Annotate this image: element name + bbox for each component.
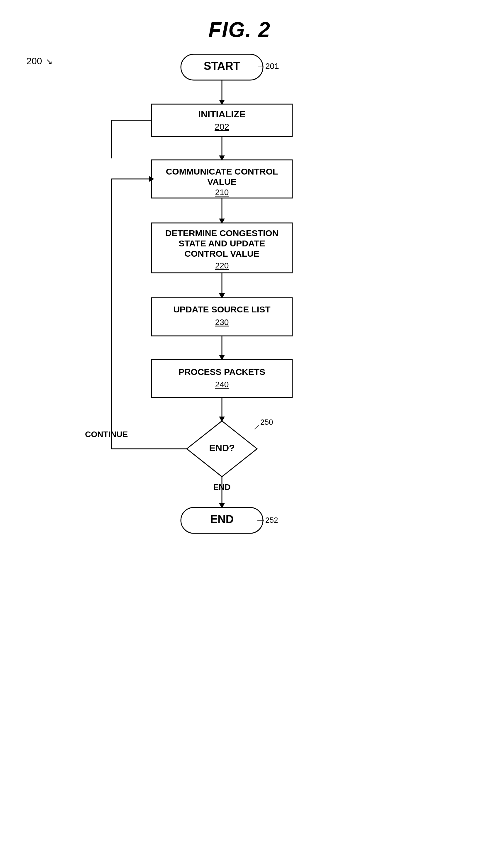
- svg-text:START: START: [204, 60, 240, 72]
- svg-line-37: [254, 425, 259, 429]
- svg-text:DETERMINE CONGESTION: DETERMINE CONGESTION: [165, 228, 279, 238]
- svg-text:202: 202: [214, 122, 229, 131]
- svg-text:UPDATE SOURCE LIST: UPDATE SOURCE LIST: [173, 305, 270, 314]
- svg-rect-24: [151, 298, 292, 336]
- svg-text:COMMUNICATE CONTROL: COMMUNICATE CONTROL: [166, 166, 278, 176]
- svg-text:230: 230: [215, 318, 229, 327]
- svg-text:252: 252: [265, 516, 278, 525]
- svg-rect-11: [151, 160, 292, 198]
- svg-text:240: 240: [215, 380, 229, 389]
- figure-title: FIG. 2: [0, 18, 479, 42]
- svg-marker-10: [219, 155, 225, 161]
- svg-text:STATE AND UPDATE: STATE AND UPDATE: [178, 239, 265, 248]
- svg-text:CONTROL VALUE: CONTROL VALUE: [184, 249, 260, 258]
- svg-marker-48: [149, 176, 154, 182]
- svg-text:201: 201: [265, 62, 279, 71]
- svg-text:250: 250: [260, 418, 273, 427]
- flowchart-svg: START 201 INITIALIZE 202 COMMUNICATE CON…: [0, 0, 479, 868]
- svg-marker-34: [187, 421, 257, 477]
- svg-text:210: 210: [215, 188, 229, 197]
- svg-rect-17: [151, 223, 292, 273]
- svg-marker-40: [219, 503, 225, 508]
- svg-text:CONTINUE: CONTINUE: [85, 430, 128, 439]
- svg-text:END?: END?: [209, 443, 235, 453]
- page-container: FIG. 2 200 ↘ START 201 INITIALIZE 202 CO…: [0, 0, 479, 868]
- svg-text:220: 220: [215, 261, 229, 270]
- svg-marker-28: [219, 355, 225, 360]
- svg-text:END: END: [210, 513, 234, 525]
- svg-rect-0: [181, 54, 263, 80]
- svg-marker-16: [219, 219, 225, 224]
- svg-text:END: END: [213, 483, 231, 492]
- svg-marker-23: [219, 293, 225, 299]
- svg-rect-29: [151, 359, 292, 398]
- svg-marker-33: [219, 416, 225, 422]
- svg-text:INITIALIZE: INITIALIZE: [198, 109, 246, 119]
- diagram-label-200: 200 ↘: [26, 56, 53, 67]
- svg-text:VALUE: VALUE: [207, 177, 236, 187]
- svg-text:PROCESS PACKETS: PROCESS PACKETS: [178, 367, 265, 377]
- svg-marker-5: [219, 100, 225, 105]
- svg-rect-6: [151, 104, 292, 136]
- svg-rect-41: [181, 507, 263, 533]
